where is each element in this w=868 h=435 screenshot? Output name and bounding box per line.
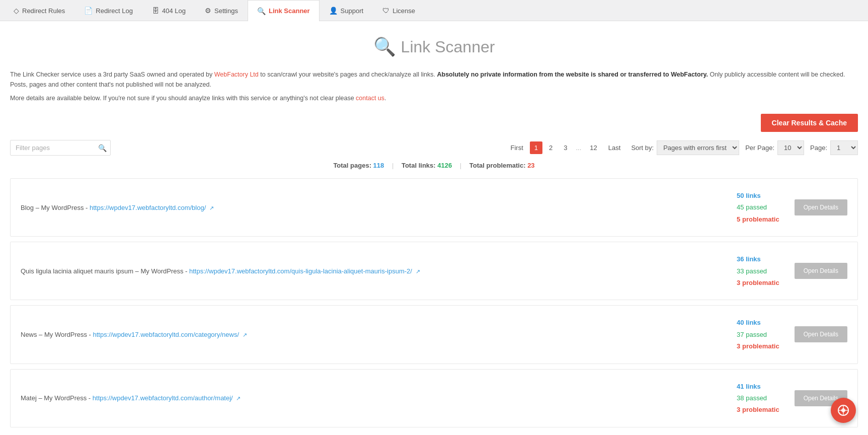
links-count-0: 50 links [737,190,779,201]
result-url-1[interactable]: https://wpdev17.webfactoryltd.com/quis-l… [189,267,412,275]
passed-count-3: 38 passed [737,392,779,404]
problem-count-2: 3 problematic [737,340,779,352]
passed-count-1: 33 passed [737,265,779,277]
external-link-icon-1: ↗ [416,268,420,274]
page-title: Link Scanner [401,38,495,56]
total-problematic-label: Total problematic: [469,162,526,169]
result-right-1: 36 links 33 passed 3 problematic Open De… [737,253,847,288]
total-problematic-value: 23 [527,162,534,169]
result-title-1: Quis ligula lacinia aliquet mauris ipsum… [21,267,189,275]
result-title-3: Matej – My WordPress - [21,394,93,402]
tab-license[interactable]: 🛡 License [373,0,425,21]
sort-select[interactable]: Pages with errors first Alphabetical Mos… [657,140,739,155]
contact-link[interactable]: contact us [356,95,384,102]
pagination-page-2[interactable]: 2 [544,141,557,154]
info-text-1: The Link Checker service uses a 3rd part… [10,69,858,90]
result-url-0[interactable]: https://wpdev17.webfactoryltd.com/blog/ [90,204,206,211]
pagination-dots: ... [574,141,584,154]
fab-button[interactable] [831,398,856,423]
problem-count-3: 3 problematic [737,404,779,415]
open-details-button-0[interactable]: Open Details [795,199,847,215]
result-title-0: Blog – My WordPress - [21,204,90,211]
result-left-1: Quis ligula lacinia aliquet mauris ipsum… [21,267,737,275]
external-link-icon-3: ↗ [236,395,241,401]
result-url-3[interactable]: https://wpdev17.webfactoryltd.com/author… [93,394,233,402]
result-title-2: News – My WordPress - [21,331,93,338]
total-pages-value: 118 [373,162,384,169]
tab-404-log[interactable]: 🗄 404 Log [142,0,195,21]
tab-link-scanner[interactable]: 🔍 Link Scanner [248,0,320,21]
external-link-icon-2: ↗ [243,332,247,338]
page-title-area: 🔍 Link Scanner [10,36,858,57]
tab-support[interactable]: 👤 Support [320,0,373,21]
result-stats-2: 40 links 37 passed 3 problematic [737,317,779,352]
tab-redirect-log[interactable]: 📄 Redirect Log [74,0,142,21]
info-text-2: More details are available below. If you… [10,95,858,102]
result-row: Matej – My WordPress - https://wpdev17.w… [10,369,858,427]
sort-label: Sort by: [631,144,654,152]
passed-count-0: 45 passed [737,201,779,213]
page-area: Page: 1 [810,140,858,155]
page-select[interactable]: 1 [830,140,858,155]
perpage-area: Per Page: 10 25 50 [745,140,804,155]
result-row: Blog – My WordPress - https://wpdev17.we… [10,178,858,237]
stats-row: Total pages: 118 | Total links: 4126 | T… [10,162,858,169]
db-icon: 🗄 [152,7,159,15]
problem-count-1: 3 problematic [737,277,779,288]
shield-icon: 🛡 [382,7,389,15]
user-icon: 👤 [329,7,338,15]
result-url-2[interactable]: https://wpdev17.webfactoryltd.com/catego… [93,331,239,338]
tab-label: Link Scanner [269,7,310,15]
filter-input-wrap: 🔍 [10,140,111,156]
pagination-last[interactable]: Last [604,141,625,154]
links-count-1: 36 links [737,253,779,265]
pagination-first[interactable]: First [506,141,528,154]
result-right-2: 40 links 37 passed 3 problematic Open De… [737,317,847,352]
perpage-label: Per Page: [745,144,774,152]
total-links-value: 4126 [437,162,452,169]
diamond-icon: ◇ [14,7,19,15]
filter-bar: 🔍 First 1 2 3 ... 12 Last Sort by: Pages… [10,140,858,156]
pagination-page-12[interactable]: 12 [585,141,601,154]
tab-bar: ◇ Redirect Rules 📄 Redirect Log 🗄 404 Lo… [0,0,868,21]
tab-settings[interactable]: ⚙ Settings [195,0,248,21]
pagination: First 1 2 3 ... 12 Last [506,141,625,154]
total-links-label: Total links: [402,162,436,169]
links-count-3: 41 links [737,381,779,392]
links-count-2: 40 links [737,317,779,328]
pagination-page-3[interactable]: 3 [559,141,572,154]
tab-label: Redirect Log [96,7,133,15]
tab-label: Support [341,7,364,15]
search-icon: 🔍 [257,7,266,15]
clear-results-button[interactable]: Clear Results & Cache [761,114,858,132]
problem-count-0: 5 problematic [737,213,779,225]
open-details-button-1[interactable]: Open Details [795,263,847,279]
filter-search-button[interactable]: 🔍 [98,144,107,152]
result-stats-0: 50 links 45 passed 5 problematic [737,190,779,225]
tab-label: License [392,7,415,15]
tab-redirect-rules[interactable]: ◇ Redirect Rules [4,0,74,21]
result-left-3: Matej – My WordPress - https://wpdev17.w… [21,394,737,402]
page-label: Page: [810,144,827,152]
result-row: News – My WordPress - https://wpdev17.we… [10,305,858,364]
perpage-select[interactable]: 10 25 50 [777,140,804,155]
tab-label: 404 Log [162,7,186,15]
tab-label: Redirect Rules [22,7,65,15]
total-pages-label: Total pages: [333,162,371,169]
passed-count-2: 37 passed [737,329,779,340]
result-stats-3: 41 links 38 passed 3 problematic [737,381,779,416]
tab-label: Settings [214,7,238,15]
doc-icon: 📄 [84,7,93,15]
result-left-0: Blog – My WordPress - https://wpdev17.we… [21,204,737,211]
pagination-page-1[interactable]: 1 [530,141,542,154]
top-actions: Clear Results & Cache [10,114,858,132]
page-search-icon: 🔍 [373,36,396,57]
result-right-0: 50 links 45 passed 5 problematic Open De… [737,190,847,225]
gear-icon: ⚙ [205,7,211,15]
sort-area: Sort by: Pages with errors first Alphabe… [631,140,739,155]
results-container: Blog – My WordPress - https://wpdev17.we… [10,178,858,427]
open-details-button-2[interactable]: Open Details [795,326,847,342]
webfactory-link[interactable]: WebFactory Ltd [214,71,259,78]
result-left-2: News – My WordPress - https://wpdev17.we… [21,331,737,338]
filter-input[interactable] [10,140,111,156]
